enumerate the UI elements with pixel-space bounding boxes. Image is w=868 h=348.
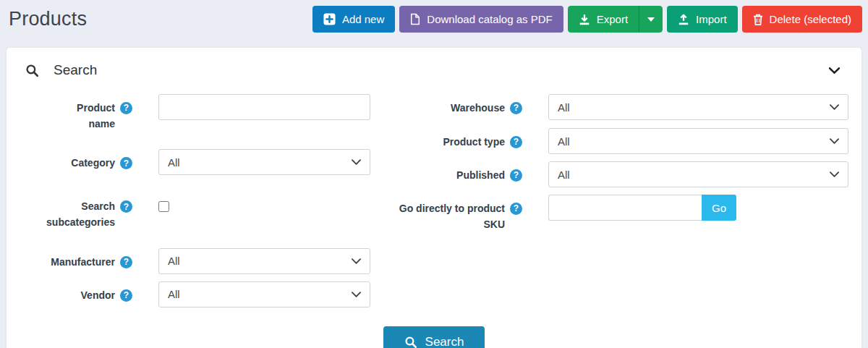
product-type-select[interactable]: All	[548, 128, 848, 154]
search-panel-title: Search	[54, 62, 97, 78]
plus-square-icon	[323, 13, 336, 25]
form-column-right: Warehouse ? All Product type ?	[385, 94, 848, 307]
delete-selected-label: Delete (selected)	[770, 13, 851, 25]
category-row: Category ? All	[24, 149, 370, 175]
search-icon	[25, 64, 39, 77]
help-icon[interactable]: ?	[510, 203, 522, 215]
search-form: Product name ? Category ? All	[7, 94, 861, 307]
download-pdf-label: Download catalog as PDF	[427, 13, 552, 25]
search-button[interactable]: Search	[383, 326, 485, 348]
vendor-label-group: Vendor ?	[24, 281, 132, 304]
category-select[interactable]: All	[158, 149, 370, 175]
published-select-value: All	[558, 169, 570, 181]
caret-down-icon	[647, 17, 655, 22]
search-panel-header[interactable]: Search	[7, 48, 861, 94]
published-label: Published	[456, 168, 505, 184]
help-icon[interactable]: ?	[510, 136, 522, 148]
chevron-down-icon	[830, 138, 839, 144]
published-label-group: Published ?	[385, 161, 522, 184]
import-button[interactable]: Import	[667, 6, 738, 33]
help-icon[interactable]: ?	[120, 102, 132, 114]
product-name-label: Product name	[67, 101, 115, 132]
collapse-panel-button[interactable]	[826, 64, 843, 77]
warehouse-label: Warehouse	[451, 101, 505, 116]
import-label: Import	[696, 13, 727, 25]
help-icon[interactable]: ?	[120, 256, 132, 268]
export-split-button: Export	[568, 6, 663, 33]
search-subcategories-row: Search subcategories ?	[24, 192, 370, 230]
search-icon	[404, 336, 417, 348]
product-name-input[interactable]	[158, 94, 370, 120]
product-type-label: Product type	[443, 135, 505, 150]
published-row: Published ? All	[385, 161, 848, 187]
chevron-down-icon	[352, 159, 361, 165]
warehouse-row: Warehouse ? All	[385, 94, 848, 120]
search-panel: Search Product name ?	[6, 47, 862, 348]
product-type-label-group: Product type ?	[385, 128, 522, 150]
category-select-value: All	[168, 156, 180, 169]
published-select[interactable]: All	[548, 161, 848, 187]
download-pdf-button[interactable]: Download catalog as PDF	[399, 6, 563, 33]
add-new-label: Add new	[342, 13, 384, 25]
chevron-down-icon	[830, 104, 839, 110]
help-icon[interactable]: ?	[510, 102, 522, 114]
search-button-row: Search	[7, 326, 861, 348]
chevron-down-icon	[829, 67, 840, 74]
search-subcategories-label: Search subcategories	[37, 199, 115, 230]
search-button-label: Search	[425, 335, 464, 348]
warehouse-select-value: All	[558, 101, 570, 114]
chevron-down-icon	[352, 292, 361, 297]
help-icon[interactable]: ?	[120, 200, 132, 213]
export-dropdown-button[interactable]	[639, 6, 663, 33]
product-name-row: Product name ?	[24, 94, 370, 132]
vendor-select[interactable]: All	[158, 281, 370, 307]
manufacturer-row: Manufacturer ? All	[24, 248, 370, 274]
manufacturer-label-group: Manufacturer ?	[24, 248, 132, 271]
trash-icon	[753, 14, 763, 25]
category-label: Category	[71, 156, 115, 171]
sku-input[interactable]	[548, 195, 702, 221]
category-label-group: Category ?	[24, 149, 132, 171]
chevron-down-icon	[830, 171, 839, 177]
manufacturer-select-value: All	[168, 255, 180, 267]
product-type-select-value: All	[558, 135, 570, 148]
warehouse-select[interactable]: All	[548, 94, 848, 120]
vendor-label: Vendor	[81, 288, 115, 304]
go-button[interactable]: Go	[702, 195, 736, 221]
file-pdf-icon	[410, 13, 420, 25]
download-icon	[579, 14, 590, 25]
delete-selected-button[interactable]: Delete (selected)	[742, 6, 862, 33]
sku-row: Go directly to product SKU ? Go	[385, 195, 848, 232]
manufacturer-label: Manufacturer	[51, 255, 115, 271]
product-name-label-group: Product name ?	[24, 94, 132, 132]
search-subcategories-checkbox[interactable]	[158, 201, 169, 212]
sku-label-group: Go directly to product SKU ?	[385, 195, 522, 232]
export-button[interactable]: Export	[568, 6, 639, 33]
page-title: Products	[9, 8, 87, 30]
export-label: Export	[597, 13, 628, 25]
search-subcategories-label-group: Search subcategories ?	[24, 192, 132, 230]
sku-input-group: Go	[548, 195, 736, 221]
toolbar: Add new Download catalog as PDF	[312, 6, 862, 33]
chevron-down-icon	[352, 258, 361, 264]
vendor-row: Vendor ? All	[24, 281, 370, 307]
upload-icon	[678, 14, 689, 25]
manufacturer-select[interactable]: All	[158, 248, 370, 274]
form-column-left: Product name ? Category ? All	[24, 94, 370, 307]
help-icon[interactable]: ?	[120, 289, 132, 302]
vendor-select-value: All	[168, 288, 180, 300]
sku-label: Go directly to product SKU	[395, 201, 505, 232]
page-header: Products Add new Download catalog as PDF	[0, 0, 868, 33]
warehouse-label-group: Warehouse ?	[385, 94, 522, 116]
help-icon[interactable]: ?	[510, 169, 522, 182]
add-new-button[interactable]: Add new	[312, 6, 395, 33]
product-type-row: Product type ? All	[385, 128, 848, 154]
help-icon[interactable]: ?	[120, 157, 132, 169]
